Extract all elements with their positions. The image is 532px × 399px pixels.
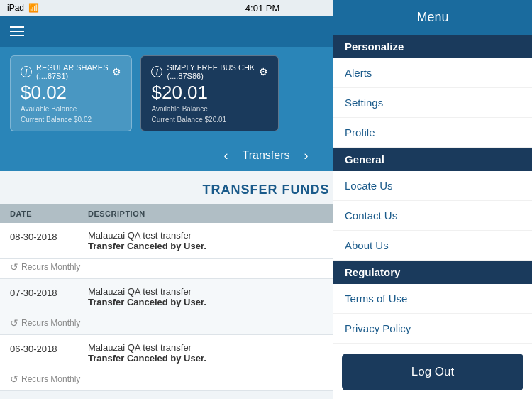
account-card-header-2: i SIMPLY FREE BUS CHK(....87S86) ⚙ xyxy=(151,63,268,80)
account-current-1: Current Balance $0.02 xyxy=(21,116,121,124)
menu-item-locate-us[interactable]: Locate Us xyxy=(333,171,532,201)
recur-text-1: Recurs Monthly xyxy=(21,262,80,272)
account-label-1: Available Balance xyxy=(21,105,121,113)
account-card-regular: i REGULAR SHARES(....87S1) ⚙ $0.02 Avail… xyxy=(10,55,132,131)
account-subid-2: (....87S86) xyxy=(167,72,203,80)
menu-item-contact-us[interactable]: Contact Us xyxy=(333,201,532,231)
account-current-2: Current Balance $20.01 xyxy=(151,116,268,124)
row1-date: 08-30-2018 xyxy=(10,230,88,242)
next-arrow[interactable]: › xyxy=(304,148,308,163)
info-icon-2[interactable]: i xyxy=(151,66,162,77)
logout-button[interactable]: Log Out xyxy=(342,354,523,390)
account-card-header-1: i REGULAR SHARES(....87S1) ⚙ xyxy=(21,63,121,80)
account-balance-2: $20.01 xyxy=(151,82,268,104)
page-wrapper: iPad 📶 4:01 PM ▲ 43% 🔋 ⚙ i xyxy=(0,0,532,399)
status-time: 4:01 PM xyxy=(245,3,279,13)
menu-item-terms[interactable]: Terms of Use xyxy=(333,284,532,314)
status-left: iPad 📶 xyxy=(7,3,39,13)
account-subid-1: (....87S1) xyxy=(36,72,68,80)
account-gear-2[interactable]: ⚙ xyxy=(259,66,268,77)
menu-section-personalize: Personalize xyxy=(333,35,532,58)
menu-overlay: Menu Personalize Alerts Settings Profile… xyxy=(333,0,532,399)
recur-text-2: Recurs Monthly xyxy=(21,318,80,328)
menu-item-profile[interactable]: Profile xyxy=(333,118,532,148)
menu-item-settings[interactable]: Settings xyxy=(333,88,532,118)
recur-text-3: Recurs Monthly xyxy=(21,374,80,384)
transfer-nav-title: Transfers xyxy=(243,149,290,162)
account-card-checking: i SIMPLY FREE BUS CHK(....87S86) ⚙ $20.0… xyxy=(140,55,279,131)
menu-item-privacy[interactable]: Privacy Policy xyxy=(333,314,532,344)
th-date: DATE xyxy=(10,209,88,218)
account-gear-1[interactable]: ⚙ xyxy=(112,66,121,77)
menu-section-general: General xyxy=(333,148,532,171)
row3-date: 06-30-2018 xyxy=(10,342,88,354)
wifi-icon: 📶 xyxy=(28,3,39,13)
recur-icon-3: ↺ xyxy=(10,373,18,385)
prev-arrow[interactable]: ‹ xyxy=(224,148,228,163)
account-label-2: Available Balance xyxy=(151,105,268,113)
menu-item-alerts[interactable]: Alerts xyxy=(333,58,532,88)
menu-header: Menu xyxy=(333,0,532,35)
menu-spacer xyxy=(333,344,532,345)
hamburger-menu[interactable] xyxy=(10,26,24,36)
info-icon-1[interactable]: i xyxy=(21,66,32,77)
menu-item-about-us[interactable]: About Us xyxy=(333,231,532,261)
account-name-2: SIMPLY FREE BUS CHK(....87S86) xyxy=(167,63,255,80)
device-label: iPad xyxy=(7,3,24,13)
recur-icon-2: ↺ xyxy=(10,317,18,329)
row2-date: 07-30-2018 xyxy=(10,286,88,298)
recur-icon-1: ↺ xyxy=(10,261,18,273)
account-name-1: REGULAR SHARES(....87S1) xyxy=(36,63,108,80)
menu-section-regulatory: Regulatory xyxy=(333,261,532,284)
account-balance-1: $0.02 xyxy=(21,82,121,104)
